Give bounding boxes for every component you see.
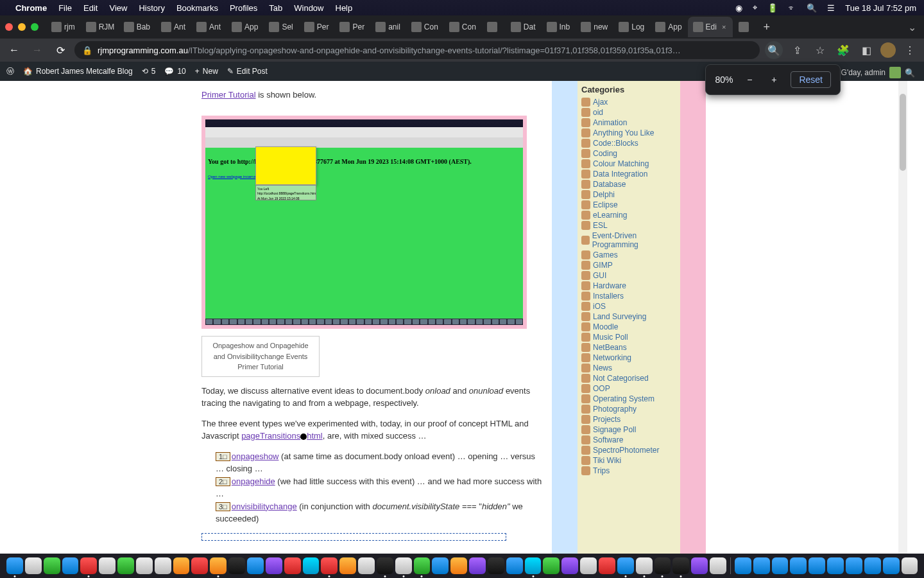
category-link[interactable]: Event-Driven Programming bbox=[581, 231, 676, 250]
zoom-indicator-button[interactable]: 🔍 bbox=[765, 41, 783, 59]
dock-app6[interactable] bbox=[377, 557, 393, 574]
dock-app18[interactable] bbox=[654, 557, 671, 574]
category-link[interactable]: ESL bbox=[581, 220, 676, 231]
clock[interactable]: Tue 18 Jul 7:52 pm bbox=[845, 3, 916, 13]
pagetransitions-link[interactable]: pageTransitionshtml bbox=[241, 431, 323, 441]
dock-app12[interactable] bbox=[488, 557, 504, 574]
browser-tab[interactable]: Ant bbox=[156, 17, 191, 37]
category-link[interactable]: Code::Blocks bbox=[581, 138, 676, 148]
category-link[interactable]: Installers bbox=[581, 291, 676, 301]
browser-tab[interactable]: RJM bbox=[81, 17, 118, 37]
control-center-icon[interactable]: ☰ bbox=[827, 3, 835, 13]
category-link[interactable]: NetBeans bbox=[581, 342, 676, 353]
dock-app2[interactable] bbox=[266, 557, 282, 574]
wp-new[interactable]: + New bbox=[195, 67, 218, 76]
extensions-button[interactable]: 🧩 bbox=[834, 41, 852, 59]
onpageshow-link[interactable]: onpageshow bbox=[232, 451, 279, 461]
browser-tab[interactable]: anil bbox=[370, 17, 406, 37]
category-link[interactable]: Operating System bbox=[581, 394, 676, 404]
dock-app10[interactable] bbox=[450, 557, 467, 574]
category-link[interactable]: Not Categorised bbox=[581, 373, 676, 383]
category-link[interactable]: Delphi bbox=[581, 189, 676, 200]
dock-app7[interactable] bbox=[395, 557, 412, 574]
category-link[interactable]: Photography bbox=[581, 404, 676, 414]
dock-settings[interactable] bbox=[710, 557, 726, 574]
browser-tab[interactable]: Inb bbox=[542, 17, 576, 37]
category-link[interactable]: OOP bbox=[581, 383, 676, 394]
dock-notes[interactable] bbox=[173, 557, 190, 574]
dock-safari[interactable] bbox=[636, 557, 653, 574]
dock-reminders[interactable] bbox=[136, 557, 153, 574]
wp-comments[interactable]: 💬 10 bbox=[164, 67, 185, 76]
back-button[interactable]: ← bbox=[5, 41, 23, 59]
screenshot-figure[interactable]: You got to http://lo itions.html?rand=88… bbox=[201, 116, 527, 329]
browser-tab[interactable]: new bbox=[576, 17, 613, 37]
browser-tab[interactable]: App bbox=[650, 17, 687, 37]
browser-tab[interactable]: Bab bbox=[119, 17, 155, 37]
browser-tab[interactable] bbox=[733, 17, 757, 37]
dock-trash[interactable] bbox=[902, 557, 918, 574]
wifi-icon[interactable]: ᯤ bbox=[788, 3, 796, 13]
category-link[interactable]: Music Poll bbox=[581, 332, 676, 342]
dock-tv[interactable] bbox=[228, 557, 245, 574]
dock-app9[interactable] bbox=[432, 557, 449, 574]
category-link[interactable]: oid bbox=[581, 107, 676, 118]
reload-button[interactable]: ⟳ bbox=[51, 41, 69, 59]
minimize-window-button[interactable] bbox=[18, 23, 26, 31]
wp-edit-post[interactable]: ✎ Edit Post bbox=[227, 67, 268, 76]
menu-window[interactable]: Window bbox=[294, 3, 323, 13]
browser-tab[interactable]: Ant bbox=[191, 17, 226, 37]
category-link[interactable]: Eclipse bbox=[581, 200, 676, 210]
bookmark-button[interactable]: ☆ bbox=[811, 41, 829, 59]
category-link[interactable]: Software bbox=[581, 435, 676, 445]
zoom-out-button[interactable]: − bbox=[742, 72, 757, 87]
category-link[interactable]: eLearning bbox=[581, 210, 676, 220]
dock-calendar[interactable] bbox=[155, 557, 171, 574]
dock-folder7[interactable] bbox=[846, 557, 862, 574]
active-app-name[interactable]: Chrome bbox=[15, 3, 47, 13]
wp-admin-greeting[interactable]: G'day, admin 🔍 bbox=[836, 64, 920, 81]
battery-icon[interactable]: 🔋 bbox=[767, 3, 778, 13]
browser-tab[interactable]: Per bbox=[334, 17, 370, 37]
menu-profiles[interactable]: Profiles bbox=[230, 3, 257, 13]
chrome-menu-button[interactable]: ⋮ bbox=[901, 41, 919, 59]
dock-music[interactable] bbox=[284, 557, 301, 574]
dock-mail[interactable] bbox=[62, 557, 79, 574]
menu-view[interactable]: View bbox=[109, 3, 127, 13]
profile-avatar[interactable] bbox=[880, 42, 896, 58]
tab-search-button[interactable]: ⌄ bbox=[900, 21, 924, 33]
browser-tab[interactable]: Per bbox=[299, 17, 334, 37]
dock-folder2[interactable] bbox=[753, 557, 770, 574]
category-link[interactable]: Ajax bbox=[581, 97, 676, 107]
category-link[interactable]: Networking bbox=[581, 353, 676, 363]
dock-chrome[interactable] bbox=[617, 557, 634, 574]
browser-tab[interactable]: rjm bbox=[46, 17, 80, 37]
dock-folder6[interactable] bbox=[827, 557, 844, 574]
lock-icon[interactable]: 🔒 bbox=[82, 46, 92, 55]
category-link[interactable]: News bbox=[581, 363, 676, 373]
browser-tab[interactable]: Dat bbox=[506, 17, 541, 37]
category-link[interactable]: iOS bbox=[581, 301, 676, 311]
category-link[interactable]: Database bbox=[581, 179, 676, 189]
category-link[interactable]: Trips bbox=[581, 466, 676, 476]
omnibox[interactable]: 🔒 rjmprogramming.com.au/ITblog/applying-… bbox=[74, 41, 760, 59]
dock-folder8[interactable] bbox=[864, 557, 881, 574]
category-link[interactable]: Games bbox=[581, 250, 676, 260]
wp-logo[interactable]: ⓦ bbox=[6, 66, 14, 77]
dock-filezilla[interactable] bbox=[321, 557, 338, 574]
dock-app19[interactable] bbox=[691, 557, 708, 574]
menu-bookmarks[interactable]: Bookmarks bbox=[176, 3, 218, 13]
dock-app3[interactable] bbox=[303, 557, 320, 574]
close-window-button[interactable] bbox=[5, 23, 13, 31]
category-link[interactable]: Projects bbox=[581, 414, 676, 425]
wp-site-link[interactable]: 🏠 Robert James Metcalfe Blog bbox=[23, 67, 133, 76]
dock-news[interactable] bbox=[191, 557, 208, 574]
dock-finder[interactable] bbox=[6, 557, 23, 574]
maximize-window-button[interactable] bbox=[31, 23, 38, 31]
menu-help[interactable]: Help bbox=[336, 3, 353, 13]
browser-tab[interactable]: App bbox=[227, 17, 263, 37]
browser-tab[interactable]: Log bbox=[613, 17, 649, 37]
category-link[interactable]: Data Integration bbox=[581, 169, 676, 179]
dock-app5[interactable] bbox=[358, 557, 375, 574]
category-link[interactable]: SpectroPhotometer bbox=[581, 445, 676, 455]
